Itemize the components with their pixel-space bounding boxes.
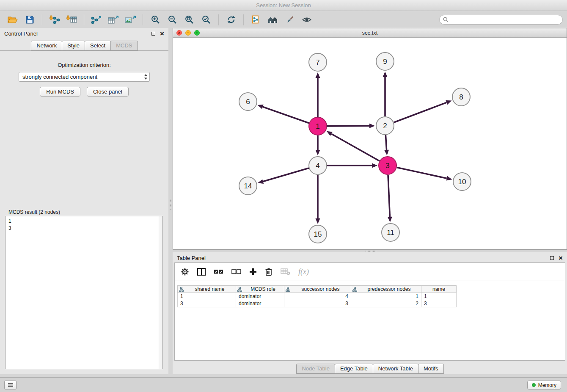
graph-node-11[interactable]: 11 xyxy=(382,224,399,241)
export-table-button[interactable] xyxy=(105,13,122,27)
graph-node-15[interactable]: 15 xyxy=(309,225,327,243)
tab-edge-table[interactable]: Edge Table xyxy=(335,364,373,374)
graph-node-1[interactable]: 1 xyxy=(309,117,327,135)
cell-predecessor-nodes[interactable]: 1 xyxy=(351,293,421,300)
column-header-mcds-role[interactable]: MCDS role xyxy=(236,286,284,293)
close-panel-icon[interactable]: × xyxy=(559,254,563,262)
close-panel-button[interactable]: Close panel xyxy=(87,87,129,97)
search-input[interactable] xyxy=(451,17,559,23)
zoom-selected-button[interactable] xyxy=(198,13,215,27)
graph-edge-3-10[interactable] xyxy=(397,168,447,179)
table-settings-button[interactable] xyxy=(181,268,189,276)
refresh-button[interactable] xyxy=(223,13,239,27)
zoom-in-button[interactable] xyxy=(147,13,164,27)
home-button[interactable] xyxy=(264,13,281,27)
graph-node-14[interactable]: 14 xyxy=(239,177,257,195)
graph-edge-2-3[interactable] xyxy=(385,135,386,150)
cell-name[interactable]: 1 xyxy=(421,293,457,300)
cell-name[interactable]: 3 xyxy=(421,300,457,307)
cell-mcds-role[interactable]: dominator xyxy=(236,300,284,307)
float-panel-icon[interactable] xyxy=(151,32,155,36)
add-column-button[interactable] xyxy=(249,268,257,276)
deselect-all-button[interactable] xyxy=(231,269,241,275)
graph-node-label: 15 xyxy=(314,230,322,238)
function-button[interactable]: f(x) xyxy=(298,268,309,276)
cell-shared-name[interactable]: 3 xyxy=(178,300,236,307)
memory-button[interactable]: Memory xyxy=(527,381,561,389)
zoom-out-button[interactable] xyxy=(164,13,181,27)
table-row[interactable]: 1 dominator 4 1 1 xyxy=(178,293,457,300)
zoom-fit-button[interactable] xyxy=(181,13,198,27)
document-share-button[interactable] xyxy=(248,13,264,27)
graph-edge-3-11[interactable] xyxy=(388,175,390,217)
splitter-grip[interactable] xyxy=(170,199,171,210)
export-image-button[interactable] xyxy=(122,13,139,27)
run-mcds-button[interactable]: Run MCDS xyxy=(40,87,80,97)
tab-motifs[interactable]: Motifs xyxy=(418,364,444,374)
tab-style[interactable]: Style xyxy=(62,41,85,51)
zoom-in-icon xyxy=(151,15,160,24)
paintbrush-button[interactable] xyxy=(281,13,298,27)
splitter-grip[interactable] xyxy=(366,251,377,252)
cell-predecessor-nodes[interactable]: 2 xyxy=(351,300,421,307)
criterion-select[interactable]: strongly connected component xyxy=(19,72,150,82)
graph-edge-2-8[interactable] xyxy=(394,102,447,122)
graph-node-4[interactable]: 4 xyxy=(309,157,327,174)
graph-node-3[interactable]: 3 xyxy=(379,157,396,174)
import-table-button[interactable] xyxy=(63,13,80,27)
graph-edge-4-14[interactable] xyxy=(263,168,309,182)
open-session-button[interactable] xyxy=(4,13,21,27)
graph-node-8[interactable]: 8 xyxy=(452,88,470,106)
minimize-window-icon[interactable]: − xyxy=(185,30,191,36)
cell-successor-nodes[interactable]: 4 xyxy=(284,293,351,300)
graph-node-9[interactable]: 9 xyxy=(376,52,394,70)
network-canvas[interactable]: 7968124314101511 xyxy=(173,38,567,249)
search-box[interactable] xyxy=(439,15,563,25)
cell-mcds-role[interactable]: dominator xyxy=(236,293,284,300)
control-panel-header: Control Panel × xyxy=(0,28,168,39)
tab-node-table[interactable]: Node Table xyxy=(296,364,335,374)
zoom-window-icon[interactable]: + xyxy=(194,30,200,36)
mcds-result-box[interactable]: 1 3 xyxy=(5,216,163,369)
home-icon xyxy=(268,16,278,24)
vertical-splitter[interactable] xyxy=(168,28,173,374)
graph-node-6[interactable]: 6 xyxy=(239,93,257,110)
close-panel-icon[interactable]: × xyxy=(160,30,164,37)
save-session-button[interactable] xyxy=(21,13,38,27)
split-view-button[interactable] xyxy=(197,268,206,276)
graph-edge-1-6[interactable] xyxy=(263,107,309,123)
cell-shared-name[interactable]: 1 xyxy=(178,293,236,300)
graph-node-7[interactable]: 7 xyxy=(309,53,327,71)
list-icon xyxy=(8,383,14,387)
paintbrush-icon xyxy=(286,15,295,24)
eye-button[interactable] xyxy=(298,13,315,27)
column-header-predecessor-nodes[interactable]: predecessor nodes xyxy=(351,286,421,293)
column-header-successor-nodes[interactable]: successor nodes xyxy=(284,286,351,293)
import-network-button[interactable] xyxy=(46,13,63,27)
column-header-shared-name[interactable]: shared name xyxy=(178,286,236,293)
network-graph[interactable]: 7968124314101511 xyxy=(173,38,567,250)
select-all-button[interactable] xyxy=(214,269,223,275)
result-scrollbar[interactable] xyxy=(159,216,162,369)
network-window-titlebar[interactable]: × − + scc.txt xyxy=(173,28,567,38)
list-button[interactable] xyxy=(4,381,17,389)
tab-network[interactable]: Network xyxy=(31,41,62,51)
close-window-icon[interactable]: × xyxy=(176,30,182,36)
deselect-all-icon xyxy=(231,269,241,275)
delete-table-button[interactable] xyxy=(281,268,290,275)
graph-node-label: 1 xyxy=(316,122,319,130)
tab-mcds[interactable]: MCDS xyxy=(110,41,138,51)
tab-select[interactable]: Select xyxy=(85,41,111,51)
tab-network-table[interactable]: Network Table xyxy=(373,364,418,374)
cell-successor-nodes[interactable]: 3 xyxy=(284,300,351,307)
graph-edge-arrowhead xyxy=(316,72,320,78)
graph-node-10[interactable]: 10 xyxy=(453,173,471,190)
column-header-name[interactable]: name xyxy=(421,286,457,293)
float-panel-icon[interactable] xyxy=(550,256,554,260)
graph-node-2[interactable]: 2 xyxy=(376,117,394,135)
delete-column-button[interactable] xyxy=(265,268,272,276)
graph-edge-3-1[interactable] xyxy=(331,134,380,161)
export-network-button[interactable] xyxy=(88,13,105,27)
table-row[interactable]: 3 dominator 3 2 3 xyxy=(178,300,457,307)
graph-edge-1-2[interactable] xyxy=(327,126,369,126)
